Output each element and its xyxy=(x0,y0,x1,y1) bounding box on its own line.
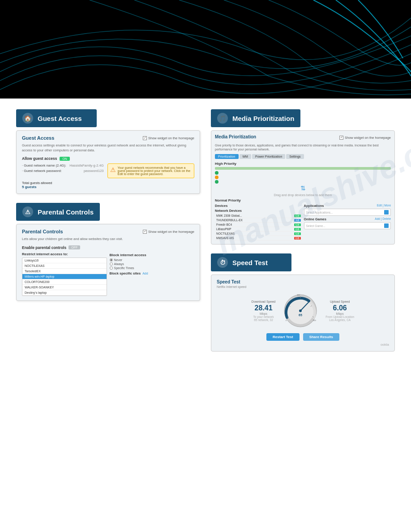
radio-always-label: Always xyxy=(114,262,124,266)
download-sub2: 65 network, 32 xyxy=(252,318,275,322)
tab-wm[interactable]: WM xyxy=(240,154,251,159)
devices-left-col: Devices Network Devices MMK 2308 Global.… xyxy=(215,204,302,240)
high-priority-label: High Priority xyxy=(215,162,391,166)
device-name-1: MMK 2308 Global... xyxy=(216,214,242,217)
total-guests-row: Total guests allowed 5 guests xyxy=(22,181,194,189)
apps-placeholder: Select Applications... xyxy=(306,211,333,214)
list-item[interactable]: Millers-win-HP-laptop xyxy=(22,274,107,279)
checkbox-icon-guest: ✓ xyxy=(143,136,147,140)
radio-always[interactable]: Always xyxy=(110,262,195,266)
device-signal-1: GB xyxy=(294,215,301,217)
add-site-link[interactable]: Add xyxy=(142,272,148,275)
prio-dot-yellow xyxy=(215,176,218,179)
apps-edit-more[interactable]: Edit | More xyxy=(377,204,391,208)
speed-test-window: Speed Test Netflix Internet speed Downlo… xyxy=(211,275,395,352)
devices-apps-grid: Devices Network Devices MMK 2308 Global.… xyxy=(215,204,391,240)
media-prioritization-title: Media Prioritization xyxy=(232,115,294,122)
prio-dot-green-2 xyxy=(215,180,218,184)
guest-access-desc: Guest access settings enable to connect … xyxy=(22,143,194,153)
device-name-3: Freedir BC4 xyxy=(216,223,232,226)
apps-input[interactable]: Select Applications... xyxy=(304,209,391,216)
show-widget-label-media: Show widget on the homepage xyxy=(345,136,391,140)
enable-parental-label: Enable parental controls xyxy=(22,245,66,250)
parental-grid: Restrict internet access to: Linksys16 N… xyxy=(22,252,194,296)
parental-desc: Lets allow your children get online and … xyxy=(22,237,194,242)
download-unit: Mbps xyxy=(252,312,275,315)
download-stat: Download Speed 28.41 Mbps To your networ… xyxy=(252,300,275,322)
priority-row-3 xyxy=(215,180,391,184)
allow-guest-row: Allow guest access ON xyxy=(22,156,194,161)
guest-network-left: · Guest network name (2.4G): HassisfaFam… xyxy=(22,163,104,178)
list-item[interactable]: Linksys16 xyxy=(22,258,107,263)
warning-icon: ⚠ xyxy=(110,166,116,173)
total-guests-value: 5 guests xyxy=(22,185,36,189)
games-input-btn[interactable] xyxy=(384,223,389,228)
parental-left: Restrict internet access to: Linksys16 N… xyxy=(22,252,107,296)
top-banner xyxy=(0,0,411,99)
drag-hint: Drag and drop devices below to add them xyxy=(215,193,391,197)
guest-access-icon: 🏠 xyxy=(22,113,33,124)
speed-buttons: Restart Test Share Results xyxy=(217,333,389,341)
block-internet-section: Block internet access Never Always xyxy=(110,253,195,270)
radio-always-dot xyxy=(110,262,113,266)
network-devices-label: Network Devices xyxy=(215,209,302,213)
show-widget-checkbox-media[interactable]: ✓ Show widget on the homepage xyxy=(339,136,391,140)
speed-gauge-area: Download Speed 28.41 Mbps To your networ… xyxy=(217,293,389,329)
list-item[interactable]: NOCTILEXAS xyxy=(22,263,107,269)
table-row: THUNDERBULL-EX AB xyxy=(215,218,302,223)
list-item[interactable]: Destiny's laptop xyxy=(22,290,107,296)
block-internet-label: Block internet access xyxy=(110,253,195,257)
table-row: Freedir BC4 GB xyxy=(215,223,302,227)
left-column: 🏠 Guest Access Guest Access ✓ Show widge… xyxy=(16,109,200,352)
media-tabs: Prioritization WM Power Prioritization S… xyxy=(215,154,391,159)
list-item[interactable]: TarsoledEX xyxy=(22,269,107,274)
device-name-2: THUNDERBULL-EX xyxy=(216,219,243,222)
guest-access-titlebar: Guest Access ✓ Show widget on the homepa… xyxy=(22,135,194,141)
upload-sub2: Los Angeles, CA xyxy=(325,318,354,322)
share-results-button[interactable]: Share Results xyxy=(303,333,339,341)
parental-toggle[interactable]: OFF xyxy=(68,245,80,249)
main-grid: 🏠 Guest Access Guest Access ✓ Show widge… xyxy=(0,99,411,362)
parental-controls-window: Parental Controls ✓ Show widget on the h… xyxy=(16,224,200,301)
tab-power-prioritization[interactable]: Power Prioritization xyxy=(252,154,285,159)
guest-warning-box: ⚠ Your guest network recommends that you… xyxy=(107,163,195,178)
show-widget-label-parental: Show widget on the homepage xyxy=(148,230,194,234)
parental-controls-title: Parental Controls xyxy=(38,208,94,216)
list-item[interactable]: WALKER-SOANKEY xyxy=(22,285,107,290)
upload-label: Upload Speed xyxy=(325,300,354,303)
download-value: 28.41 xyxy=(252,304,275,312)
svg-text:100: 100 xyxy=(297,294,300,296)
tab-settings[interactable]: Settings xyxy=(286,154,304,159)
table-row: MMK 2308 Global... GB xyxy=(215,214,302,218)
list-item[interactable]: COLORTONE200 xyxy=(22,279,107,285)
table-row: MMSAVE-MS GB xyxy=(215,236,302,240)
media-icon: 🎵 xyxy=(217,113,228,124)
device-signal-3: GB xyxy=(294,223,301,226)
table-row: NOCTILEXAS GB xyxy=(215,232,302,236)
apps-input-btn[interactable] xyxy=(384,210,389,215)
right-column: 🎵 Media Prioritization Media Prioritizat… xyxy=(211,109,395,352)
block-sites-row: Block specific sites Add xyxy=(110,271,195,275)
allow-guest-label: Allow guest access xyxy=(22,156,57,161)
show-widget-checkbox-guest[interactable]: ✓ Show widget on the homepage xyxy=(143,136,194,140)
speed-gauge: 0 100 200 65 xyxy=(283,293,318,329)
guest-access-section: 🏠 Guest Access Guest Access ✓ Show widge… xyxy=(16,109,200,194)
parental-controls-titlebar: Parental Controls ✓ Show widget on the h… xyxy=(22,229,194,234)
allow-guest-toggle[interactable]: ON xyxy=(60,157,70,161)
prio-dot-green-1 xyxy=(215,171,218,175)
tab-prioritization[interactable]: Prioritization xyxy=(215,154,239,159)
restart-test-button[interactable]: Restart Test xyxy=(266,333,300,341)
device-signal-5: GB xyxy=(294,232,301,235)
radio-never[interactable]: Never xyxy=(110,258,195,262)
device-signal-2: AB xyxy=(294,219,300,222)
parental-controls-section: ⚠ Parental Controls Parental Controls ✓ … xyxy=(16,203,200,301)
guest-network-section: · Guest network name (2.4G): HassisfaFam… xyxy=(22,163,194,178)
media-prioritization-title-bar: 🎵 Media Prioritization xyxy=(211,109,300,127)
upload-stat: Upload Speed 6.06 Mbps From Upload Locat… xyxy=(325,300,354,322)
radio-specific-times[interactable]: Specific Times xyxy=(110,266,195,270)
device-name-5: NOCTILEXAS xyxy=(216,232,235,235)
device-signal-6: GB xyxy=(294,237,301,240)
games-add-delete[interactable]: Add | Delete xyxy=(375,217,391,221)
show-widget-checkbox-parental[interactable]: ✓ Show widget on the homepage xyxy=(143,230,194,234)
games-input[interactable]: Select Game... xyxy=(304,222,391,229)
